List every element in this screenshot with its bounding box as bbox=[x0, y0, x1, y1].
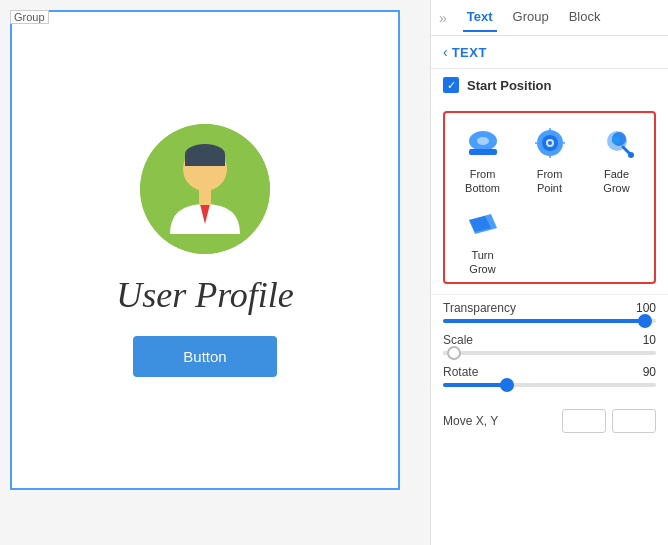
anim-from-point[interactable]: FromPoint bbox=[518, 123, 581, 196]
fade-grow-label: FadeGrow bbox=[603, 167, 629, 196]
tabs-row: » Text Group Block bbox=[431, 0, 668, 36]
back-row[interactable]: ‹ TEXT bbox=[431, 36, 668, 69]
animation-options-box: FromBottom FromPoint bbox=[443, 111, 656, 284]
canvas-panel: Group User Profile Button bbox=[0, 0, 430, 545]
from-bottom-icon bbox=[463, 123, 503, 163]
move-xy-label: Move X, Y bbox=[443, 414, 556, 428]
anim-fade-grow[interactable]: FadeGrow bbox=[585, 123, 648, 196]
from-bottom-label: FromBottom bbox=[465, 167, 500, 196]
transparency-value: 100 bbox=[636, 301, 656, 315]
svg-point-21 bbox=[628, 152, 634, 158]
svg-rect-3 bbox=[185, 154, 225, 166]
scale-thumb[interactable] bbox=[447, 346, 461, 360]
rotate-value: 90 bbox=[643, 365, 656, 379]
rotate-track[interactable] bbox=[443, 383, 656, 387]
anim-turn-grow[interactable]: TurnGrow bbox=[451, 204, 514, 277]
scale-value: 10 bbox=[643, 333, 656, 347]
turn-grow-label: TurnGrow bbox=[469, 248, 495, 277]
transparency-track[interactable] bbox=[443, 319, 656, 323]
avatar bbox=[140, 124, 270, 254]
canvas-button[interactable]: Button bbox=[133, 336, 276, 377]
tab-group[interactable]: Group bbox=[509, 3, 553, 32]
from-point-label: FromPoint bbox=[537, 167, 563, 196]
transparency-thumb[interactable] bbox=[638, 314, 652, 328]
rotate-label: Rotate bbox=[443, 365, 478, 379]
transparency-label: Transparency bbox=[443, 301, 516, 315]
transparency-fill bbox=[443, 319, 645, 323]
back-label: TEXT bbox=[452, 45, 487, 60]
rotate-fill bbox=[443, 383, 507, 387]
from-point-icon bbox=[530, 123, 570, 163]
rotate-slider-row: Rotate 90 bbox=[443, 365, 656, 387]
svg-point-19 bbox=[612, 136, 620, 144]
tab-block[interactable]: Block bbox=[565, 3, 605, 32]
user-profile-text: User Profile bbox=[116, 274, 294, 316]
right-panel: » Text Group Block ‹ TEXT Start Position… bbox=[430, 0, 668, 545]
start-position-row: Start Position bbox=[443, 77, 656, 93]
back-chevron-icon: ‹ bbox=[443, 44, 448, 60]
anim-from-bottom[interactable]: FromBottom bbox=[451, 123, 514, 196]
canvas-area: Group User Profile Button bbox=[10, 10, 400, 490]
start-position-checkbox[interactable] bbox=[443, 77, 459, 93]
scale-label: Scale bbox=[443, 333, 473, 347]
svg-rect-7 bbox=[469, 149, 497, 155]
svg-rect-5 bbox=[199, 187, 211, 205]
fade-grow-icon bbox=[597, 123, 637, 163]
start-position-label: Start Position bbox=[467, 78, 552, 93]
tab-text[interactable]: Text bbox=[463, 3, 497, 32]
transparency-slider-row: Transparency 100 bbox=[443, 301, 656, 323]
turn-grow-icon bbox=[463, 204, 503, 244]
sliders-section: Transparency 100 Scale 10 Rotate 90 bbox=[431, 294, 668, 403]
scale-slider-row: Scale 10 bbox=[443, 333, 656, 355]
move-y-input[interactable] bbox=[612, 409, 656, 433]
tabs-chevron: » bbox=[439, 10, 447, 26]
rotate-thumb[interactable] bbox=[500, 378, 514, 392]
svg-point-8 bbox=[477, 137, 489, 145]
scale-track[interactable] bbox=[443, 351, 656, 355]
move-xy-row: Move X, Y bbox=[431, 403, 668, 439]
group-label: Group bbox=[10, 10, 49, 24]
move-x-input[interactable] bbox=[562, 409, 606, 433]
start-position-section: Start Position bbox=[431, 69, 668, 111]
svg-point-12 bbox=[548, 141, 552, 145]
